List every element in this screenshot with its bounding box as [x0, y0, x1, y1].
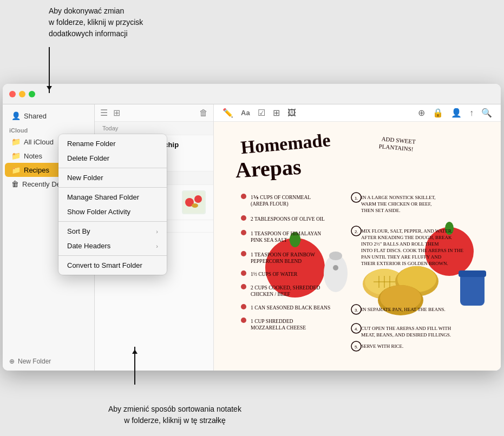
compose-icon[interactable]: ✏️: [222, 108, 233, 118]
close-button[interactable]: [9, 91, 16, 97]
checklist-icon[interactable]: ☑: [258, 108, 265, 118]
svg-text:5.: 5.: [355, 345, 358, 349]
menu-item-convert-smart[interactable]: Convert to Smart Folder: [58, 258, 167, 273]
svg-point-13: [333, 265, 338, 270]
shared-icon: 👤: [11, 111, 21, 120]
convert-smart-label: Convert to Smart Folder: [67, 261, 142, 269]
svg-text:THEN SET ASIDE.: THEN SET ASIDE.: [361, 208, 401, 213]
svg-point-46: [241, 318, 246, 323]
svg-text:(AREPA FLOUR): (AREPA FLOUR): [251, 201, 289, 207]
menu-item-sort-by[interactable]: Sort By ›: [58, 224, 167, 239]
sidebar-item-shared[interactable]: 👤 Shared: [5, 109, 92, 123]
note-content-panel: ✏️ Aa ☑ ⊞ 🖼 ⊕ 🔒 👤 ↑ 🔍 Homemade: [214, 104, 501, 371]
svg-text:IN A LARGE NONSTICK SKILLET,: IN A LARGE NONSTICK SKILLET,: [361, 195, 436, 200]
menu-item-date-headers[interactable]: Date Headers ›: [58, 239, 167, 253]
svg-point-12: [329, 252, 342, 260]
context-menu: Rename Folder Delete Folder New Folder M…: [58, 134, 167, 275]
svg-point-33: [241, 230, 246, 235]
date-headers-chevron: ›: [156, 243, 158, 249]
annotation-bottom: Aby zmienić sposób sortowania notatek w …: [108, 404, 241, 426]
note-thumb-arepas: [182, 190, 206, 214]
svg-text:1.: 1.: [355, 196, 358, 201]
folder-icon-notes: 📁: [11, 151, 21, 160]
annotation-bottom-text: Aby zmienić sposób sortowania notatek w …: [108, 405, 241, 425]
menu-item-manage-shared[interactable]: Manage Shared Folder: [58, 190, 167, 204]
svg-text:THEIR EXTERIOR IS GOLDEN BROWN: THEIR EXTERIOR IS GOLDEN BROWN.: [361, 261, 448, 266]
share-collab-icon[interactable]: 👤: [451, 108, 462, 118]
section-header-today: Today: [95, 122, 213, 135]
trash-icon-toolbar[interactable]: 🗑: [199, 108, 208, 118]
traffic-lights: [9, 91, 35, 97]
menu-item-delete[interactable]: Delete Folder: [58, 151, 167, 166]
rename-folder-label: Rename Folder: [67, 140, 116, 148]
svg-text:INTO FLAT DISCS. COOK THE AREP: INTO FLAT DISCS. COOK THE AREPAS IN THE: [361, 248, 464, 253]
menu-item-new-folder[interactable]: New Folder: [58, 170, 167, 185]
svg-text:INTO 2½" BALLS AND ROLL THEM: INTO 2½" BALLS AND ROLL THEM: [361, 241, 439, 247]
media-icon[interactable]: 🖼: [287, 108, 296, 118]
new-folder-button[interactable]: ⊕ New Folder: [3, 352, 94, 371]
recipe-svg: Homemade Arepas ADD SWEET PLANTAINS!: [214, 122, 501, 371]
svg-text:2 CUPS COOKED, SHREDDED: 2 CUPS COOKED, SHREDDED: [251, 285, 320, 290]
callout-line-top: [49, 47, 50, 93]
delete-folder-label: Delete Folder: [67, 154, 109, 162]
divider-2: [58, 187, 167, 188]
sort-by-chevron: ›: [156, 228, 158, 235]
svg-text:CUT OPEN THE AREPAS AND FILL W: CUT OPEN THE AREPAS AND FILL WITH: [361, 326, 451, 331]
svg-text:1 TEASPOON OF RAINBOW: 1 TEASPOON OF RAINBOW: [251, 252, 315, 257]
share-icon[interactable]: ↑: [469, 108, 474, 118]
show-folder-activity-label: Show Folder Activity: [67, 208, 130, 216]
svg-text:MEAT, BEANS, AND DESIRED FILLI: MEAT, BEANS, AND DESIRED FILLINGS.: [361, 332, 451, 338]
svg-text:PAN UNTIL THEY ARE FLUFFY AND: PAN UNTIL THEY ARE FLUFFY AND: [361, 254, 442, 260]
divider-1: [58, 168, 167, 168]
svg-text:4.: 4.: [355, 327, 358, 332]
svg-text:1 TEASPOON OF HIMALAYAN: 1 TEASPOON OF HIMALAYAN: [251, 231, 321, 236]
svg-text:MIX FLOUR, SALT, PEPPER, AND W: MIX FLOUR, SALT, PEPPER, AND WATER.: [361, 228, 453, 234]
svg-rect-26: [460, 273, 485, 306]
new-folder-label: New Folder: [18, 358, 51, 365]
svg-text:MOZZARELLA CHEESE: MOZZARELLA CHEESE: [251, 325, 306, 331]
svg-point-2: [194, 195, 202, 203]
svg-text:PINK SEA SALT: PINK SEA SALT: [251, 237, 287, 243]
grid-view-icon[interactable]: ⊞: [113, 108, 120, 118]
svg-text:AFTER KNEADING THE DOUGH, BREA: AFTER KNEADING THE DOUGH, BREAK: [361, 235, 452, 240]
note-toolbar: ✏️ Aa ☑ ⊞ 🖼 ⊕ 🔒 👤 ↑ 🔍: [214, 104, 501, 122]
new-folder-menu-label: New Folder: [67, 174, 103, 182]
svg-point-36: [241, 251, 246, 256]
search-icon[interactable]: 🔍: [481, 108, 492, 118]
divider-4: [58, 255, 167, 256]
svg-point-28: [241, 194, 246, 199]
svg-text:Arepas: Arepas: [235, 155, 302, 182]
divider-3: [58, 221, 167, 222]
notes-list-toolbar: ☰ ⊞ 🗑: [95, 104, 213, 122]
list-view-icon[interactable]: ☰: [100, 108, 108, 118]
menu-item-rename[interactable]: Rename Folder: [58, 136, 167, 151]
sidebar-section-icloud: iCloud: [3, 123, 94, 135]
collab-menu-icon[interactable]: ⊕: [418, 108, 425, 118]
sidebar-item-recently-deleted-label: Recently De: [22, 180, 61, 188]
svg-text:CHICKEN / BEEF: CHICKEN / BEEF: [251, 292, 290, 297]
minimize-button[interactable]: [19, 91, 25, 97]
lock-icon[interactable]: 🔒: [433, 108, 443, 118]
trash-icon: 🗑: [11, 180, 19, 188]
svg-text:WARM THE CHICKEN OR BEEF,: WARM THE CHICKEN OR BEEF,: [361, 201, 431, 207]
fullscreen-button[interactable]: [29, 91, 35, 97]
svg-text:1½ CUPS OF WATER: 1½ CUPS OF WATER: [251, 272, 298, 277]
svg-text:2 TABLESPOONS OF OLIVE OIL: 2 TABLESPOONS OF OLIVE OIL: [251, 216, 325, 222]
svg-point-31: [241, 215, 246, 221]
sidebar-item-shared-label: Shared: [24, 112, 47, 120]
svg-point-3: [192, 203, 198, 208]
sort-by-label: Sort By: [67, 227, 90, 235]
recipe-content: Homemade Arepas ADD SWEET PLANTAINS!: [214, 122, 501, 371]
annotation-top-text: Aby dokonywać zmian w folderze, kliknij …: [49, 6, 143, 38]
svg-point-39: [241, 270, 246, 276]
sidebar-item-recipes-label: Recipes: [24, 166, 49, 174]
table-icon[interactable]: ⊞: [273, 108, 280, 118]
bottom-callout-line: [134, 347, 135, 385]
font-icon[interactable]: Aa: [241, 109, 250, 117]
svg-rect-27: [459, 270, 486, 277]
svg-text:SERVE WITH RICE.: SERVE WITH RICE.: [361, 343, 403, 349]
folder-icon-recipes: 📁: [11, 166, 21, 174]
menu-item-folder-activity[interactable]: Show Folder Activity: [58, 204, 167, 219]
svg-text:2.: 2.: [355, 229, 358, 234]
section-label-today: Today: [102, 125, 118, 131]
